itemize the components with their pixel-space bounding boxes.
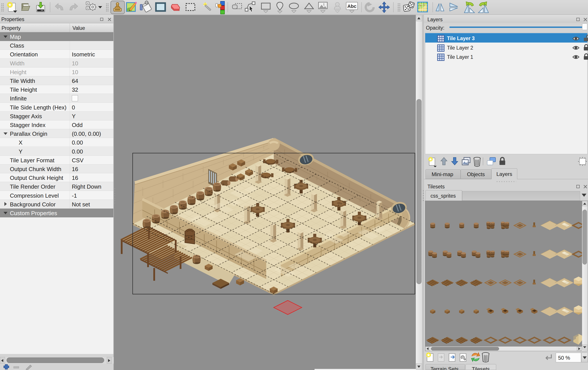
svg-text:Abc: Abc — [347, 3, 357, 9]
